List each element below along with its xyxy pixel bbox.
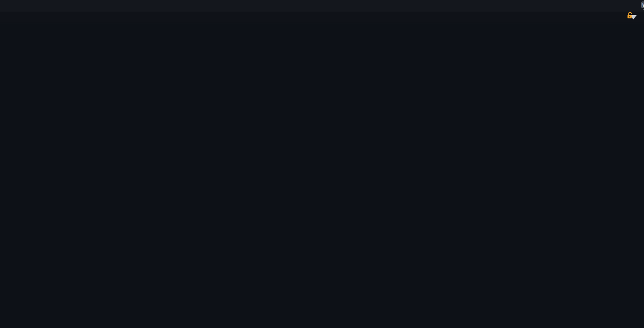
trading-app-window: WP: [0, 0, 644, 328]
ma-legend-bar: [0, 12, 644, 23]
quote-header-bar: WP: [0, 0, 644, 12]
svg-text:WP: WP: [642, 3, 644, 8]
candlestick-chart[interactable]: [0, 0, 644, 328]
